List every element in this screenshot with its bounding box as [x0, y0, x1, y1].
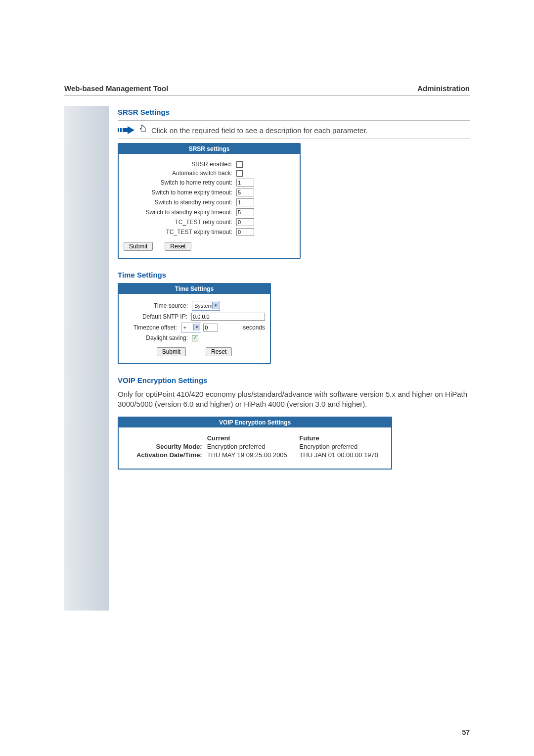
- srsr-panel-title: SRSR settings: [119, 144, 300, 154]
- sntp-ip-input[interactable]: [191, 313, 265, 321]
- srsr-note: Click on the required field to see a des…: [151, 126, 368, 135]
- srsr-reset-button[interactable]: Reset: [165, 242, 191, 251]
- voip-paragraph: Only for optiPoint 410/420 economy plus/…: [118, 389, 470, 410]
- srsr-section-title: SRSR Settings: [118, 108, 470, 116]
- time-reset-button[interactable]: Reset: [206, 347, 232, 356]
- daylight-saving-label: Daylight saving:: [124, 334, 192, 341]
- timezone-sign-select[interactable]: + ▾: [181, 323, 202, 332]
- chevron-down-icon: ▾: [193, 324, 200, 331]
- srsr-enabled-label: SRSR enabled:: [124, 161, 236, 168]
- time-section-title: Time Settings: [118, 271, 470, 279]
- voip-col-current: Current: [207, 434, 300, 442]
- standby-expiry-input[interactable]: [236, 208, 254, 216]
- tctest-retry-input[interactable]: [236, 218, 254, 226]
- header-right: Administration: [417, 84, 470, 93]
- srsr-enabled-checkbox[interactable]: [236, 161, 243, 168]
- timezone-unit: seconds: [243, 324, 265, 331]
- voip-security-current: Encryption preferred: [207, 443, 300, 450]
- svg-marker-3: [128, 126, 134, 134]
- standby-expiry-label: Switch to standby expiry timeout:: [124, 209, 236, 216]
- timezone-offset-label: Timezone offset:: [124, 324, 181, 331]
- voip-panel: VOIP Encryption Settings Current Future …: [118, 417, 392, 470]
- sntp-ip-label: Default SNTP IP:: [124, 313, 191, 320]
- voip-security-label: Security Mode:: [127, 443, 207, 450]
- voip-col-future: Future: [299, 434, 383, 442]
- chevron-down-icon: ▾: [212, 302, 219, 309]
- pointer-cursor-icon: [139, 124, 146, 135]
- daylight-saving-checkbox[interactable]: [192, 335, 198, 341]
- svg-rect-2: [123, 128, 128, 132]
- time-source-value: System: [194, 303, 213, 309]
- tctest-expiry-label: TC_TEST expiry timeout:: [124, 229, 236, 236]
- timezone-offset-input[interactable]: [203, 324, 218, 331]
- home-expiry-input[interactable]: [236, 189, 254, 196]
- home-retry-input[interactable]: [236, 179, 254, 187]
- voip-section-title: VOIP Encryption Settings: [118, 376, 470, 384]
- divider: [118, 139, 470, 139]
- page-number: 57: [462, 728, 470, 736]
- left-decorative-band: [64, 106, 109, 611]
- voip-activation-future: THU JAN 01 00:00:00 1970: [299, 451, 383, 459]
- standby-retry-label: Switch to standby retry count:: [124, 199, 236, 206]
- home-retry-label: Switch to home retry count:: [124, 179, 236, 186]
- voip-security-future: Encryption preferred: [299, 443, 383, 450]
- timezone-sign-value: +: [183, 325, 186, 331]
- tctest-retry-label: TC_TEST retry count:: [124, 219, 236, 226]
- header-left: Web-based Management Tool: [64, 84, 168, 93]
- voip-activation-label: Activation Date/Time:: [127, 451, 207, 459]
- srsr-submit-button[interactable]: Submit: [124, 242, 153, 251]
- standby-retry-input[interactable]: [236, 198, 254, 206]
- srsr-panel: SRSR settings SRSR enabled: Automatic sw…: [118, 143, 301, 259]
- time-submit-button[interactable]: Submit: [157, 347, 186, 356]
- voip-activation-current: THU MAY 19 09:25:00 2005: [207, 451, 300, 459]
- auto-switch-back-label: Automatic switch back:: [124, 170, 236, 177]
- home-expiry-label: Switch to home expiry timeout:: [124, 189, 236, 196]
- auto-switch-back-checkbox[interactable]: [236, 170, 243, 177]
- svg-rect-0: [118, 128, 119, 132]
- time-panel-title: Time Settings: [119, 284, 270, 294]
- svg-rect-1: [120, 128, 122, 132]
- divider: [118, 120, 470, 121]
- voip-panel-title: VOIP Encryption Settings: [119, 418, 391, 427]
- arrow-right-icon: [118, 126, 134, 134]
- time-source-label: Time source:: [124, 302, 192, 309]
- time-source-select[interactable]: System ▾: [192, 301, 220, 311]
- time-panel: Time Settings Time source: System ▾ Defa…: [118, 283, 271, 364]
- tctest-expiry-input[interactable]: [236, 228, 254, 236]
